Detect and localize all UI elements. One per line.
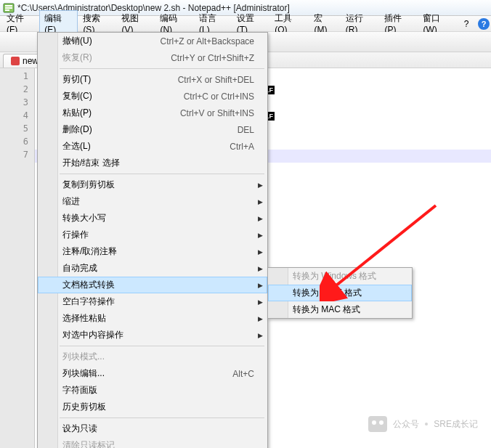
menu-item[interactable]: 复制到剪切板▶ — [38, 176, 267, 193]
menu-item-label: 转换为 UNIX 格式 — [293, 287, 399, 299]
menu-item-shortcut: Ctrl+Y or Ctrl+Shift+Z — [171, 53, 254, 63]
line-number: 6 — [0, 137, 34, 150]
menu-item-label: 全选(L) — [62, 140, 212, 152]
menu-bar: 文件(F) 编辑(E) 搜索(S) 视图(V) 编码(N) 语言(L) 设置(T… — [0, 16, 491, 32]
menu-item-label: 文档格式转换 — [62, 279, 254, 291]
watermark-text: SRE成长记 — [434, 418, 478, 431]
menu-item-label: 清除只读标记 — [62, 439, 254, 448]
line-number: 2 — [0, 84, 34, 97]
menu-item[interactable]: 删除(D)DEL — [38, 121, 267, 138]
menu-item-label: 自动完成 — [62, 262, 254, 274]
menu-item-shortcut: Alt+C — [232, 369, 254, 379]
menu-item-label: 列块编辑... — [62, 367, 215, 380]
menu-item-label: 行操作 — [62, 229, 254, 241]
menu-separator — [60, 418, 264, 418]
menu-item[interactable]: 复制(C)Ctrl+C or Ctrl+INS — [38, 88, 267, 105]
menu-item[interactable]: 全选(L)Ctrl+A — [38, 138, 267, 155]
submenu-arrow-icon: ▶ — [258, 282, 263, 289]
svg-rect-2 — [5, 7, 12, 9]
menu-item-label: 对选中内容操作 — [62, 329, 254, 341]
menu-item-label: 空白字符操作 — [62, 296, 254, 308]
menu-item-label: 恢复(R) — [62, 52, 153, 64]
menu-item[interactable]: 撤销(U)Ctrl+Z or Alt+Backspace — [38, 33, 267, 49]
menu-item[interactable]: 转换为 MAC 格式 — [268, 301, 412, 318]
menu-item[interactable]: 列块编辑...Alt+C — [38, 365, 267, 382]
edit-dropdown: 撤销(U)Ctrl+Z or Alt+Backspace恢复(R)Ctrl+Y … — [37, 32, 268, 448]
menu-separator — [60, 346, 264, 346]
menu-item[interactable]: 文档格式转换▶ — [38, 277, 267, 293]
menu-item-shortcut: Ctrl+X or Shift+DEL — [178, 75, 254, 85]
watermark-text: 公众号 — [393, 418, 419, 431]
menu-item-label: 复制(C) — [62, 90, 166, 102]
menu-item: 恢复(R)Ctrl+Y or Ctrl+Shift+Z — [38, 49, 267, 66]
menu-item-shortcut: Ctrl+Z or Alt+Backspace — [161, 36, 254, 46]
submenu-arrow-icon: ▶ — [258, 332, 263, 339]
menu-item[interactable]: 缩进▶ — [38, 193, 267, 210]
menu-item-label: 注释/取消注释 — [62, 245, 254, 258]
menu-item-shortcut: Ctrl+C or Ctrl+INS — [184, 91, 254, 102]
help-icon[interactable]: ? — [478, 18, 490, 30]
submenu-arrow-icon: ▶ — [258, 232, 263, 239]
menu-item[interactable]: 转换大小写▶ — [38, 210, 267, 227]
menu-item[interactable]: 选择性粘贴▶ — [38, 310, 267, 327]
menu-item[interactable]: 历史剪切板 — [38, 399, 267, 415]
menu-item-shortcut: DEL — [238, 125, 254, 135]
menu-item[interactable]: 粘贴(P)Ctrl+V or Shift+INS — [38, 105, 267, 121]
line-number: 1 — [0, 71, 34, 84]
submenu-arrow-icon: ▶ — [258, 198, 263, 205]
menu-item-shortcut: Ctrl+V or Shift+INS — [180, 108, 254, 118]
menu-help[interactable]: ? — [459, 17, 474, 31]
submenu-arrow-icon: ▶ — [258, 265, 263, 272]
line-number: 5 — [0, 123, 34, 137]
menu-item[interactable]: 字符面版 — [38, 382, 267, 399]
menu-item-label: 剪切(T) — [62, 73, 161, 86]
menu-item[interactable]: 剪切(T)Ctrl+X or Shift+DEL — [38, 71, 267, 88]
menu-item-label: 撤销(U) — [62, 35, 143, 47]
eol-submenu: 转换为 Windows 格式转换为 UNIX 格式转换为 MAC 格式 — [267, 267, 413, 319]
line-number-gutter: 1 2 3 4 5 6 7 — [0, 68, 35, 448]
menu-item[interactable]: 对选中内容操作▶ — [38, 327, 267, 343]
menu-item[interactable]: 转换为 UNIX 格式 — [268, 285, 412, 301]
menu-item: 列块模式... — [38, 349, 267, 365]
menu-item-label: 字符面版 — [62, 384, 254, 396]
menu-item: 转换为 Windows 格式 — [268, 268, 412, 285]
menu-item-label: 转换大小写 — [62, 212, 254, 224]
line-number: 7 — [0, 150, 34, 163]
submenu-arrow-icon: ▶ — [258, 298, 263, 306]
wechat-icon — [368, 416, 387, 432]
menu-separator — [60, 174, 264, 174]
menu-item[interactable]: 自动完成▶ — [38, 260, 267, 277]
menu-item-label: 历史剪切板 — [62, 401, 254, 413]
line-number: 4 — [0, 110, 34, 123]
menu-separator — [60, 68, 264, 69]
watermark: 公众号 SRE成长记 — [368, 416, 478, 432]
submenu-arrow-icon: ▶ — [258, 182, 263, 189]
menu-item-label: 转换为 MAC 格式 — [293, 304, 399, 316]
menu-item[interactable]: 注释/取消注释▶ — [38, 243, 267, 260]
svg-rect-1 — [5, 5, 12, 7]
menu-item[interactable]: 开始/结束 选择 — [38, 155, 267, 171]
menu-item[interactable]: 空白字符操作▶ — [38, 293, 267, 310]
submenu-arrow-icon: ▶ — [258, 315, 263, 322]
menu-item-label: 粘贴(P) — [62, 107, 163, 119]
menu-item-label: 开始/结束 选择 — [62, 157, 254, 169]
menu-item-label: 复制到剪切板 — [62, 179, 254, 191]
submenu-arrow-icon: ▶ — [258, 215, 263, 222]
menu-item[interactable]: 设为只读 — [38, 420, 267, 437]
unsaved-icon — [11, 57, 20, 65]
menu-item: 清除只读标记 — [38, 437, 267, 448]
menu-item-label: 转换为 Windows 格式 — [293, 270, 399, 282]
menu-item-label: 删除(D) — [62, 123, 220, 136]
menu-item-shortcut: Ctrl+A — [230, 142, 254, 152]
menu-item-label: 列块模式... — [62, 351, 254, 363]
menu-item-label: 设为只读 — [62, 423, 254, 435]
menu-item-label: 缩进 — [62, 195, 254, 208]
menu-item-label: 选择性粘贴 — [62, 312, 254, 325]
submenu-arrow-icon: ▶ — [258, 248, 263, 256]
line-number: 3 — [0, 97, 34, 110]
menu-item[interactable]: 行操作▶ — [38, 227, 267, 243]
